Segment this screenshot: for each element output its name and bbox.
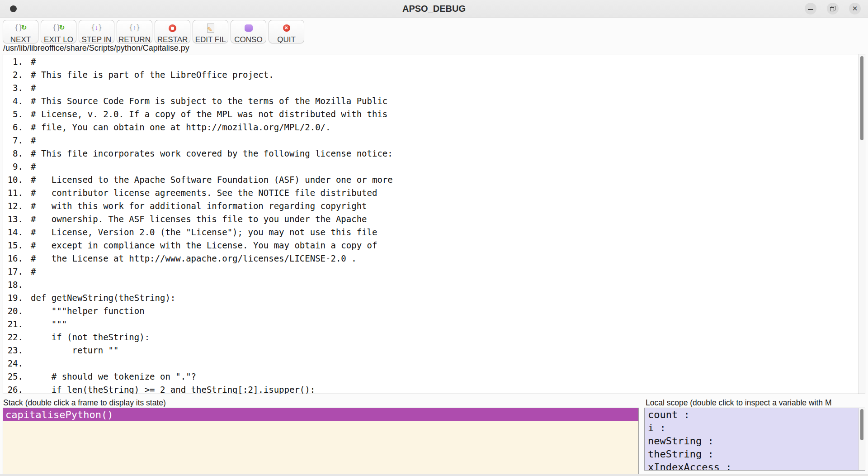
- line-number: 22.: [3, 331, 23, 344]
- code-line[interactable]: 15.# except in compliance with the Licen…: [3, 239, 853, 252]
- stack-panel-label: Stack (double click a frame to display i…: [3, 398, 166, 408]
- restart-button[interactable]: RESTAR: [155, 20, 190, 43]
- line-text: #: [23, 135, 36, 145]
- line-number: 3.: [3, 81, 23, 95]
- code-line[interactable]: 24.: [3, 357, 853, 370]
- loop-next-icon: {}↻: [3, 23, 38, 33]
- line-text: if (not theString):: [23, 332, 150, 342]
- file-path: /usr/lib/libreoffice/share/Scripts/pytho…: [3, 43, 189, 54]
- code-line[interactable]: 9.#: [3, 160, 853, 173]
- code-line[interactable]: 18.: [3, 278, 853, 291]
- code-line[interactable]: 8.# This file incorporates work covered …: [3, 147, 853, 160]
- code-scrollbar[interactable]: [859, 54, 865, 394]
- line-number: 4.: [3, 95, 23, 108]
- scope-variable[interactable]: count :: [645, 408, 857, 421]
- line-number: 10.: [3, 173, 23, 186]
- code-line[interactable]: 26. if len(theString) >= 2 and theString…: [3, 383, 853, 394]
- code-line[interactable]: 23. return "": [3, 344, 853, 357]
- code-line[interactable]: 11.# contributor license agreements. See…: [3, 186, 853, 200]
- code-view: 1.#2.# This file is part of the LibreOff…: [3, 54, 865, 394]
- scope-scrollbar-thumb[interactable]: [860, 409, 863, 440]
- code-line[interactable]: 7.#: [3, 134, 853, 147]
- code-line[interactable]: 6.# file, You can obtain one at http://m…: [3, 121, 853, 134]
- code-line[interactable]: 17.#: [3, 265, 853, 278]
- line-number: 1.: [3, 55, 23, 68]
- line-text: # This file is part of the LibreOffice p…: [23, 70, 274, 80]
- minimize-button[interactable]: [805, 3, 816, 14]
- line-text: # License, Version 2.0 (the "License"); …: [23, 227, 377, 237]
- code-line[interactable]: 22. if (not theString):: [3, 331, 853, 344]
- line-number: 9.: [3, 160, 23, 173]
- scope-panel: count :i :newString :theString :xIndexAc…: [644, 408, 865, 471]
- code-line[interactable]: 14.# License, Version 2.0 (the "License"…: [3, 226, 853, 239]
- console-icon: [231, 23, 266, 33]
- code-line[interactable]: 19.def getNewString(theString):: [3, 291, 853, 305]
- line-number: 14.: [3, 226, 23, 239]
- edit-file-button[interactable]: ✎ EDIT FIL: [193, 20, 228, 43]
- line-number: 24.: [3, 357, 23, 370]
- line-text: [23, 358, 31, 368]
- scope-variable[interactable]: theString :: [645, 447, 857, 461]
- next-button[interactable]: {}↻ NEXT: [3, 20, 38, 43]
- line-text: # with this work for additional informat…: [23, 201, 367, 211]
- line-number: 21.: [3, 318, 23, 331]
- code-line[interactable]: 12.# with this work for additional infor…: [3, 200, 853, 213]
- line-text: # This file incorporates work covered by…: [23, 148, 393, 158]
- line-number: 11.: [3, 186, 23, 200]
- stack-panel: capitalisePython(): [3, 408, 639, 476]
- line-number: 25.: [3, 370, 23, 383]
- code-line[interactable]: 1.#: [3, 55, 853, 68]
- line-text: #: [23, 57, 36, 67]
- code-line[interactable]: 5.# License, v. 2.0. If a copy of the MP…: [3, 108, 853, 121]
- code-scrollbar-thumb[interactable]: [860, 56, 863, 140]
- code-line[interactable]: 21. """: [3, 318, 853, 331]
- line-number: 19.: [3, 291, 23, 305]
- minimize-icon: [808, 9, 813, 10]
- exit-loop-button[interactable]: {}↻ EXIT LO: [41, 20, 76, 43]
- scope-variable-list: count :i :newString :theString :xIndexAc…: [645, 408, 857, 471]
- return-button[interactable]: {↑} RETURN: [117, 20, 152, 43]
- line-number: 23.: [3, 344, 23, 357]
- stop-icon: [155, 23, 190, 33]
- line-number: 6.: [3, 121, 23, 134]
- line-text: [23, 280, 31, 290]
- code-line[interactable]: 25. # should we tokenize on "."?: [3, 370, 853, 383]
- line-text: # ownership. The ASF licenses this file …: [23, 214, 367, 224]
- edit-file-icon: ✎: [193, 23, 228, 33]
- code-line[interactable]: 2.# This file is part of the LibreOffice…: [3, 68, 853, 81]
- line-text: """: [23, 319, 67, 329]
- line-number: 8.: [3, 147, 23, 160]
- scope-variable[interactable]: newString :: [645, 434, 857, 447]
- line-text: """helper function: [23, 306, 145, 316]
- titlebar: APSO_DEBUG ✕: [0, 0, 868, 18]
- line-number: 7.: [3, 134, 23, 147]
- stack-frame[interactable]: capitalisePython(): [3, 408, 638, 421]
- quit-button[interactable]: ✕ QUIT: [269, 20, 304, 43]
- line-text: # should we tokenize on "."?: [23, 371, 196, 381]
- window-title: APSO_DEBUG: [0, 0, 868, 18]
- scope-variable[interactable]: xIndexAccess :: [645, 461, 857, 471]
- code-line[interactable]: 20. """helper function: [3, 305, 853, 318]
- scope-variable[interactable]: i :: [645, 421, 857, 434]
- code-list: 1.#2.# This file is part of the LibreOff…: [3, 55, 853, 394]
- debug-toolbar: {}↻ NEXT {}↻ EXIT LO {↓} STEP IN {↑} RET…: [0, 18, 868, 45]
- line-text: # This Source Code Form is subject to th…: [23, 96, 387, 106]
- maximize-button[interactable]: [827, 3, 839, 14]
- step-into-button[interactable]: {↓} STEP IN: [79, 20, 114, 43]
- code-line[interactable]: 16.# the License at http://www.apache.or…: [3, 252, 853, 265]
- code-line[interactable]: 3.#: [3, 81, 853, 95]
- step-return-icon: {↑}: [117, 23, 152, 33]
- line-number: 16.: [3, 252, 23, 265]
- code-line[interactable]: 4.# This Source Code Form is subject to …: [3, 95, 853, 108]
- line-number: 13.: [3, 213, 23, 226]
- console-button[interactable]: CONSO: [231, 20, 266, 43]
- line-text: # file, You can obtain one at http://moz…: [23, 122, 330, 132]
- line-text: if len(theString) >= 2 and theString[:2]…: [23, 385, 315, 394]
- code-line[interactable]: 13.# ownership. The ASF licenses this fi…: [3, 213, 853, 226]
- scope-scrollbar[interactable]: [859, 408, 865, 470]
- close-button[interactable]: ✕: [849, 3, 861, 14]
- restore-icon: [830, 6, 835, 11]
- line-text: # contributor license agreements. See th…: [23, 188, 377, 198]
- exit-loop-icon: {}↻: [41, 23, 76, 33]
- code-line[interactable]: 10.# Licensed to the Apache Software Fou…: [3, 173, 853, 186]
